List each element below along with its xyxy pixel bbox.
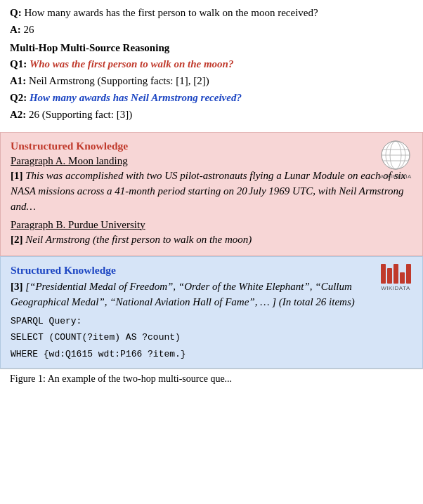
para-b-ref: [2]: [11, 234, 23, 245]
a2-text: 26 (Supporting fact: [3]): [29, 109, 132, 120]
sparql-block: SPARQL Query: SELECT (COUNT(?item) AS ?c…: [11, 314, 412, 362]
para-a-text: [1] This was accomplished with two US pi…: [11, 168, 412, 214]
a1-label: A1:: [10, 75, 29, 86]
a1-line: A1: Neil Armstrong (Supporting facts: [1…: [10, 74, 413, 89]
wikipedia-globe-icon: [380, 140, 411, 171]
a2-label: A2:: [10, 109, 29, 120]
structured-text: [“Presidential Medal of Freedom”, “Order…: [11, 281, 355, 307]
wikidata-bar-1: [381, 264, 386, 284]
wikidata-label: Wikidata: [377, 285, 414, 291]
sparql-line2: WHERE {wd:Q1615 wdt:P166 ?item.}: [11, 347, 412, 362]
a-value: 26: [21, 24, 34, 35]
answer-line: A: 26: [10, 22, 413, 38]
q2-text: How many awards has Neil Armstrong recei…: [30, 92, 242, 103]
a1-text: Neil Armstrong (Supporting facts: [1], […: [29, 75, 209, 86]
wikidata-bars-icon: [377, 264, 414, 284]
wikipedia-label: Wikipedia: [377, 173, 414, 180]
wikidata-bar-2: [387, 268, 392, 284]
para-b-body: Neil Armstrong (the first person to walk…: [23, 234, 252, 245]
top-section: Q: How many awards has the first person …: [0, 0, 423, 128]
figure-caption: Figure 1: An example of the two-hop mult…: [0, 369, 423, 389]
q2-line: Q2: How many awards has Neil Armstrong r…: [10, 91, 413, 106]
q1-text: Who was the first person to walk on the …: [30, 58, 233, 69]
para-a-ref: [1]: [11, 170, 23, 181]
sparql-label: SPARQL Query:: [11, 314, 412, 329]
q1-label: Q1:: [10, 58, 30, 69]
wikidata-bar-4: [400, 272, 405, 284]
q-label: Q:: [10, 7, 22, 18]
wikidata-bar-5: [406, 264, 411, 284]
section-title: Multi-Hop Multi-Source Reasoning: [10, 41, 413, 56]
unstructured-title: Unstructured Knowledge: [11, 140, 412, 152]
q2-label: Q2:: [10, 92, 30, 103]
para-a-heading: Paragraph A. Moon landing: [11, 155, 412, 167]
structured-content: [3] [“Presidential Medal of Freedom”, “O…: [11, 279, 412, 310]
sparql-line1: SELECT (COUNT(?item) AS ?count): [11, 331, 412, 345]
q-text: How many awards has the first person to …: [22, 7, 318, 18]
a2-line: A2: 26 (Supporting fact: [3]): [10, 107, 413, 123]
unstructured-section: Wikipedia Unstructured Knowledge Paragra…: [0, 132, 423, 256]
wikipedia-logo: Wikipedia: [377, 140, 414, 180]
wikidata-logo: Wikidata: [377, 264, 414, 291]
para-b-heading: Paragraph B. Purdue University: [11, 219, 412, 231]
a-label: A:: [10, 24, 21, 35]
structured-ref: [3]: [11, 281, 23, 292]
para-a-body: This was accomplished with two US pilot-…: [11, 170, 405, 212]
structured-section: Wikidata Structured Knowledge [3] [“Pres…: [0, 256, 423, 369]
wikidata-bar-3: [393, 264, 398, 284]
question-line: Q: How many awards has the first person …: [10, 6, 413, 21]
structured-title: Structured Knowledge: [11, 264, 412, 277]
q1-line: Q1: Who was the first person to walk on …: [10, 57, 413, 72]
para-b-text: [2] Neil Armstrong (the first person to …: [11, 232, 412, 248]
